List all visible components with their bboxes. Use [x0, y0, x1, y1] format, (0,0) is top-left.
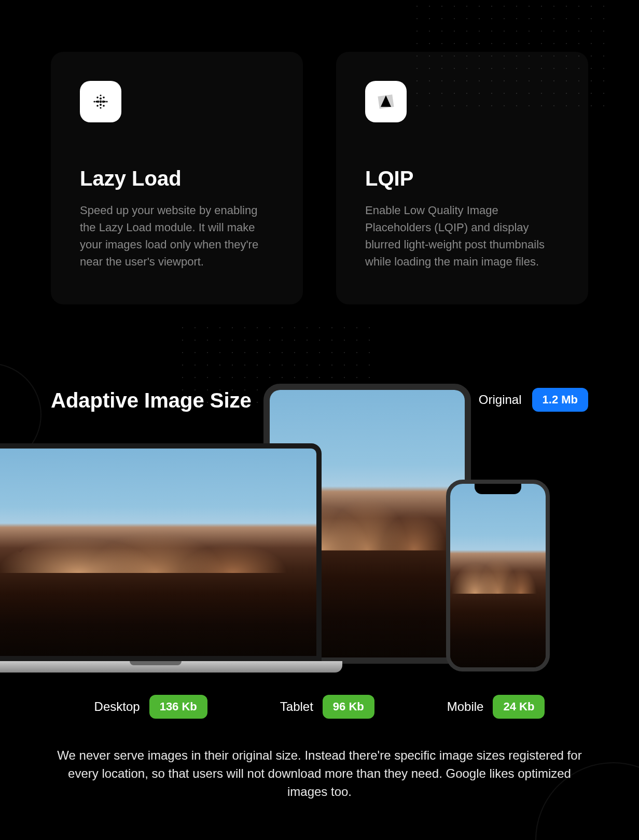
- svg-point-11: [100, 104, 102, 106]
- svg-point-4: [96, 96, 99, 99]
- section-title-adaptive: Adaptive Image Size: [51, 389, 252, 412]
- size-badge: 136 Kb: [149, 695, 207, 719]
- size-mobile: Mobile 24 Kb: [447, 695, 545, 719]
- svg-point-3: [106, 101, 107, 102]
- lqip-icon: [365, 81, 407, 122]
- card-description: Enable Low Quality Image Placeholders (L…: [365, 202, 559, 270]
- decorative-shape: [0, 363, 41, 467]
- card-lazy-load: Lazy Load Speed up your website by enabl…: [51, 52, 303, 304]
- svg-point-1: [100, 107, 101, 108]
- card-title: Lazy Load: [80, 167, 274, 190]
- device-mockups: [0, 381, 639, 682]
- svg-point-13: [102, 101, 104, 103]
- device-sizes-row: Desktop 136 Kb Tablet 96 Kb Mobile 24 Kb: [0, 695, 639, 719]
- size-label: Desktop: [94, 699, 140, 714]
- size-tablet: Tablet 96 Kb: [280, 695, 374, 719]
- phone-mockup: [446, 480, 550, 671]
- size-badge: 96 Kb: [323, 695, 374, 719]
- size-label: Mobile: [447, 699, 484, 714]
- svg-point-14: [100, 101, 102, 103]
- feature-cards: Lazy Load Speed up your website by enabl…: [51, 52, 588, 304]
- adaptive-description: We never serve images in their original …: [57, 747, 582, 801]
- svg-point-10: [100, 97, 102, 100]
- original-label: Original: [479, 393, 522, 407]
- card-lqip: LQIP Enable Low Quality Image Placeholde…: [336, 52, 588, 304]
- svg-point-2: [93, 101, 95, 102]
- size-badge: 24 Kb: [493, 695, 545, 719]
- svg-point-0: [100, 94, 101, 96]
- svg-point-6: [96, 105, 99, 107]
- original-size-badge: 1.2 Mb: [532, 388, 588, 412]
- laptop-mockup: [0, 443, 342, 673]
- lazy-load-icon: [80, 81, 121, 122]
- svg-point-5: [103, 96, 105, 99]
- card-title: LQIP: [365, 167, 559, 190]
- svg-point-12: [97, 101, 99, 103]
- card-description: Speed up your website by enabling the La…: [80, 202, 274, 270]
- svg-point-7: [103, 105, 105, 107]
- tablet-mockup: [263, 384, 471, 664]
- original-size-row: Original 1.2 Mb: [479, 388, 588, 412]
- size-desktop: Desktop 136 Kb: [94, 695, 207, 719]
- size-label: Tablet: [280, 699, 313, 714]
